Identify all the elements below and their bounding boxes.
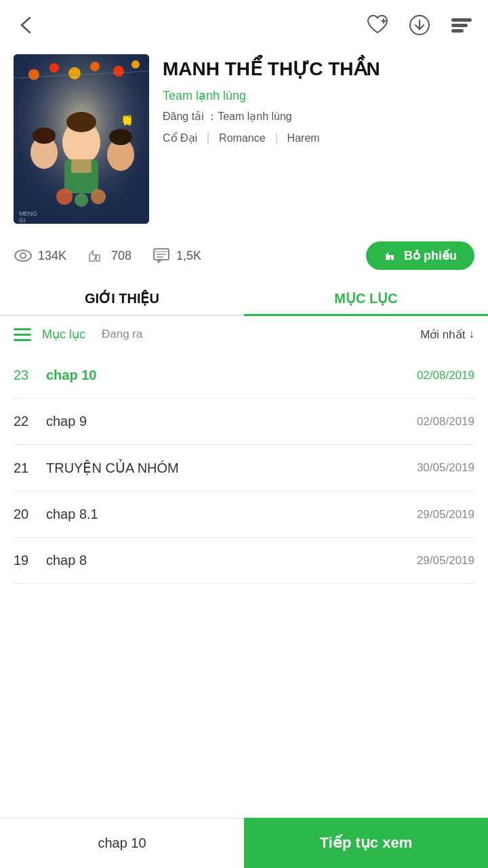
svg-point-12 <box>90 62 100 71</box>
chapter-toolbar: Mục lục Đang ra Mới nhất ↓ <box>0 316 488 353</box>
chapter-number: 22 <box>14 414 46 429</box>
upload-label: Đăng tải ： <box>163 111 218 122</box>
chapter-date: 29/05/2019 <box>417 508 474 521</box>
svg-text:GI: GI <box>19 217 26 224</box>
bottom-current-chapter: chap 10 <box>0 818 244 868</box>
svg-point-25 <box>109 129 132 145</box>
chapter-number: 23 <box>14 368 46 383</box>
book-cover: 明書良神 MENG GI <box>14 54 149 224</box>
svg-point-28 <box>75 193 88 207</box>
back-button[interactable] <box>14 12 39 38</box>
svg-rect-4 <box>452 19 471 21</box>
svg-rect-5 <box>452 24 467 26</box>
toolbar-sort[interactable]: Mới nhất ↓ <box>420 328 474 342</box>
toolbar-list-label[interactable]: Mục lục <box>42 327 85 342</box>
likes-stat: 708 <box>87 246 131 265</box>
book-title: MANH THỂ THỰC THẦN <box>163 57 474 81</box>
tab-introduction[interactable]: GIỚI THIỆU <box>0 279 244 315</box>
svg-point-33 <box>15 250 31 261</box>
header <box>0 0 488 47</box>
tab-table-of-contents[interactable]: MỤC LỤC <box>244 279 488 315</box>
svg-point-34 <box>20 253 26 258</box>
svg-point-27 <box>56 189 73 205</box>
comments-stat: 1,5K <box>152 246 201 265</box>
svg-text:MENG: MENG <box>19 210 37 217</box>
chapter-item[interactable]: 19 chap 8 29/05/2019 <box>14 538 474 584</box>
chapter-date: 02/08/2019 <box>417 415 474 429</box>
chapter-item[interactable]: 22 chap 9 02/08/2019 <box>14 399 474 445</box>
likes-count: 708 <box>111 249 131 263</box>
svg-rect-41 <box>391 255 394 260</box>
svg-point-13 <box>113 66 124 77</box>
chapter-title: chap 10 <box>46 368 417 383</box>
current-chapter-label: chap 10 <box>98 835 146 851</box>
chapter-item[interactable]: 20 chap 8.1 29/05/2019 <box>14 492 474 538</box>
svg-point-11 <box>68 67 81 79</box>
svg-point-29 <box>91 189 106 204</box>
book-tags: Cổ Đại ｜ Romance ｜ Harem <box>163 131 474 145</box>
tabs: GIỚI THIỆU MỤC LỤC <box>0 279 488 316</box>
tag-romance[interactable]: Romance <box>219 132 265 144</box>
chapter-item[interactable]: 21 TRUYỆN CỦA NHÓM 30/05/2019 <box>14 445 474 492</box>
stats-row: 134K 708 1,5K Bỏ phiếu <box>0 235 488 279</box>
vote-button[interactable]: Bỏ phiếu <box>366 241 474 270</box>
chapter-number: 21 <box>14 460 46 476</box>
svg-point-14 <box>131 60 140 68</box>
hamburger-icon[interactable] <box>14 328 31 341</box>
continue-label: Tiếp tục xem <box>320 834 412 852</box>
svg-point-10 <box>49 63 59 73</box>
chapter-number: 19 <box>14 553 46 568</box>
header-actions <box>365 12 474 38</box>
chapter-item[interactable]: 23 chap 10 02/08/2019 <box>14 353 474 399</box>
chapter-list: 23 chap 10 02/08/2019 22 chap 9 02/08/20… <box>0 353 488 584</box>
book-info-section: 明書良神 MENG GI MANH THỂ THỰC THẦN Team lạn… <box>0 47 488 235</box>
comments-count: 1,5K <box>176 249 201 263</box>
sort-label: Mới nhất <box>420 328 465 342</box>
book-uploader-line: Đăng tải ：Team lạnh lùng <box>163 110 474 124</box>
svg-point-9 <box>28 69 39 80</box>
chapter-date: 29/05/2019 <box>417 554 474 568</box>
bottom-bar: chap 10 Tiếp tục xem <box>0 818 488 868</box>
book-author[interactable]: Team lạnh lùng <box>163 88 474 103</box>
chapter-title: TRUYỆN CỦA NHÓM <box>46 460 417 476</box>
svg-rect-35 <box>96 255 100 261</box>
chapter-date: 02/08/2019 <box>417 369 474 382</box>
views-stat: 134K <box>14 246 66 265</box>
svg-marker-40 <box>158 260 162 263</box>
chapter-title: chap 9 <box>46 414 417 429</box>
tag-sep-2: ｜ <box>271 131 282 145</box>
tag-harem[interactable]: Harem <box>287 132 320 144</box>
download-button[interactable] <box>407 12 432 38</box>
tag-sep-1: ｜ <box>203 131 214 145</box>
chapter-number: 20 <box>14 507 46 522</box>
toolbar-status: Đang ra <box>102 328 142 341</box>
tag-co-dai[interactable]: Cổ Đại <box>163 132 197 144</box>
continue-reading-button[interactable]: Tiếp tục xem <box>244 818 488 868</box>
vote-label: Bỏ phiếu <box>404 248 457 263</box>
book-details: MANH THỂ THỰC THẦN Team lạnh lùng Đăng t… <box>163 54 474 224</box>
more-menu-button[interactable] <box>449 12 474 38</box>
svg-rect-6 <box>452 30 463 32</box>
svg-rect-26 <box>71 159 92 173</box>
favorite-button[interactable] <box>365 12 390 38</box>
chapter-date: 30/05/2019 <box>417 461 474 475</box>
svg-point-18 <box>66 112 96 132</box>
views-count: 134K <box>38 249 66 263</box>
sort-icon: ↓ <box>469 328 475 341</box>
chapter-title: chap 8 <box>46 553 417 568</box>
uploader-name: Team lạnh lùng <box>218 111 292 122</box>
svg-point-22 <box>33 127 56 144</box>
chapter-title: chap 8.1 <box>46 507 417 522</box>
